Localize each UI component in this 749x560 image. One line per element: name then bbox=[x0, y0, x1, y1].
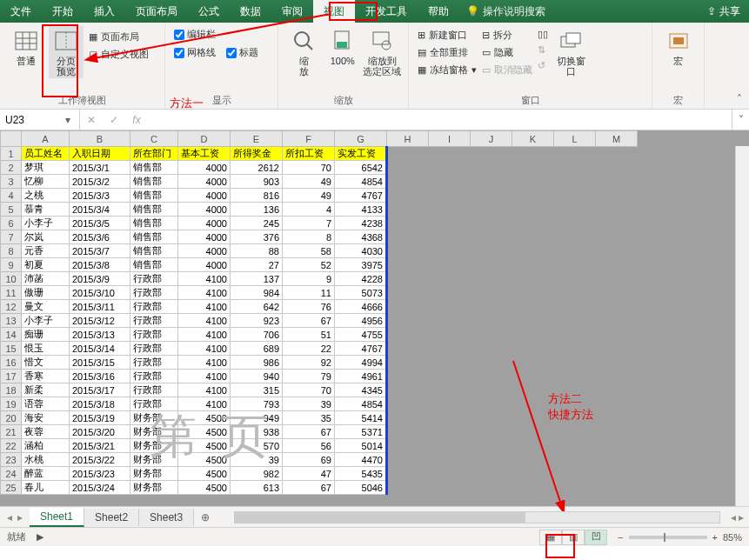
data-cell[interactable]: 2015/3/24 bbox=[70, 481, 130, 495]
data-cell[interactable]: 4228 bbox=[335, 272, 387, 286]
data-cell[interactable]: 行政部 bbox=[130, 286, 178, 300]
data-cell[interactable]: 慕青 bbox=[22, 203, 70, 217]
data-cell[interactable]: 39 bbox=[283, 397, 335, 411]
tab-review[interactable]: 审阅 bbox=[271, 0, 313, 23]
data-cell[interactable]: 79 bbox=[283, 370, 335, 383]
data-cell[interactable]: 4500 bbox=[178, 439, 231, 453]
tab-developer[interactable]: 开发工具 bbox=[355, 0, 418, 23]
row-header[interactable]: 7 bbox=[1, 230, 22, 244]
gridlines-checkbox[interactable]: 网格线 bbox=[174, 46, 216, 59]
data-cell[interactable]: 销售部 bbox=[130, 258, 178, 272]
data-cell[interactable]: 940 bbox=[231, 370, 283, 383]
data-cell[interactable]: 醉蓝 bbox=[22, 467, 70, 481]
tab-home[interactable]: 开始 bbox=[42, 0, 84, 23]
data-cell[interactable]: 315 bbox=[231, 383, 283, 397]
data-cell[interactable]: 689 bbox=[231, 342, 283, 356]
data-cell[interactable]: 2015/3/22 bbox=[70, 453, 130, 467]
data-cell[interactable]: 5371 bbox=[335, 425, 387, 439]
data-cell[interactable]: 行政部 bbox=[130, 383, 178, 397]
data-cell[interactable]: 涵柏 bbox=[22, 439, 70, 453]
zoom-selection-button[interactable]: 缩放到 选定区域 bbox=[364, 26, 399, 78]
data-cell[interactable]: 76 bbox=[283, 300, 335, 314]
row-header[interactable]: 14 bbox=[1, 328, 22, 342]
row-header[interactable]: 17 bbox=[1, 370, 22, 383]
data-cell[interactable]: 2015/3/6 bbox=[70, 230, 130, 244]
data-cell[interactable]: 923 bbox=[231, 314, 283, 328]
data-cell[interactable]: 67 bbox=[283, 314, 335, 328]
data-cell[interactable]: 财务部 bbox=[130, 439, 178, 453]
row-header[interactable]: 20 bbox=[1, 411, 22, 425]
col-header[interactable]: C bbox=[130, 131, 178, 147]
data-cell[interactable]: 938 bbox=[231, 425, 283, 439]
data-cell[interactable]: 小李子 bbox=[22, 217, 70, 230]
data-cell[interactable]: 2015/3/21 bbox=[70, 439, 130, 453]
col-header[interactable]: M bbox=[596, 131, 638, 147]
view-pagelayout-btn[interactable]: ▥ bbox=[562, 530, 585, 545]
row-header[interactable]: 9 bbox=[1, 258, 22, 272]
data-cell[interactable]: 51 bbox=[283, 328, 335, 342]
data-cell[interactable]: 2015/3/19 bbox=[70, 411, 130, 425]
data-cell[interactable]: 4000 bbox=[178, 175, 231, 189]
share-button[interactable]: ⇪ 共享 bbox=[699, 0, 749, 23]
data-cell[interactable]: 恨玉 bbox=[22, 342, 70, 356]
data-cell[interactable]: 4500 bbox=[178, 481, 231, 495]
tab-view[interactable]: 视图 bbox=[313, 0, 355, 23]
data-cell[interactable]: 4956 bbox=[335, 314, 387, 328]
data-cell[interactable]: 570 bbox=[231, 439, 283, 453]
data-cell[interactable]: 4666 bbox=[335, 300, 387, 314]
formula-bar-checkbox[interactable]: 编辑栏 bbox=[174, 28, 258, 41]
headings-checkbox[interactable]: 标题 bbox=[226, 46, 258, 59]
new-window-button[interactable]: ⊞新建窗口 bbox=[418, 28, 477, 43]
header-cell[interactable]: 实发工资 bbox=[335, 147, 387, 161]
sheet-tab-2[interactable]: Sheet2 bbox=[84, 509, 139, 526]
row-header[interactable]: 24 bbox=[1, 467, 22, 481]
data-cell[interactable]: 行政部 bbox=[130, 272, 178, 286]
data-cell[interactable]: 尔岚 bbox=[22, 230, 70, 244]
data-cell[interactable]: 4500 bbox=[178, 467, 231, 481]
data-cell[interactable]: 4100 bbox=[178, 286, 231, 300]
data-cell[interactable]: 22 bbox=[283, 342, 335, 356]
data-cell[interactable]: 4100 bbox=[178, 328, 231, 342]
macros-button[interactable]: 宏 bbox=[661, 26, 695, 68]
row-header[interactable]: 18 bbox=[1, 383, 22, 397]
row-header[interactable]: 15 bbox=[1, 342, 22, 356]
data-cell[interactable]: 财务部 bbox=[130, 453, 178, 467]
name-box[interactable]: ▾ bbox=[0, 110, 80, 130]
data-cell[interactable]: 2015/3/9 bbox=[70, 272, 130, 286]
data-cell[interactable]: 行政部 bbox=[130, 314, 178, 328]
data-cell[interactable]: 56 bbox=[283, 439, 335, 453]
name-box-dropdown[interactable]: ▾ bbox=[61, 114, 75, 126]
data-cell[interactable]: 2612 bbox=[231, 161, 283, 175]
row-header[interactable]: 16 bbox=[1, 356, 22, 370]
header-cell[interactable]: 所得奖金 bbox=[231, 147, 283, 161]
data-cell[interactable]: 2015/3/2 bbox=[70, 175, 130, 189]
row-header[interactable]: 1 bbox=[1, 147, 22, 161]
hide-button[interactable]: ▭隐藏 bbox=[482, 45, 532, 60]
col-header[interactable]: F bbox=[283, 131, 335, 147]
data-cell[interactable]: 69 bbox=[283, 453, 335, 467]
freeze-panes-button[interactable]: ▦冻结窗格 ▾ bbox=[418, 63, 477, 77]
data-cell[interactable]: 35 bbox=[283, 411, 335, 425]
data-cell[interactable]: 4030 bbox=[335, 244, 387, 258]
data-cell[interactable]: 11 bbox=[283, 286, 335, 300]
col-header[interactable]: I bbox=[429, 131, 471, 147]
col-header[interactable]: J bbox=[471, 131, 512, 147]
data-cell[interactable]: 2015/3/4 bbox=[70, 203, 130, 217]
header-cell[interactable]: 基本工资 bbox=[178, 147, 231, 161]
macro-record-icon[interactable]: ▶ bbox=[37, 531, 43, 543]
data-cell[interactable]: 4767 bbox=[335, 342, 387, 356]
name-box-input[interactable] bbox=[0, 114, 61, 126]
data-cell[interactable]: 2015/3/17 bbox=[70, 383, 130, 397]
col-header[interactable]: L bbox=[554, 131, 596, 147]
data-cell[interactable]: 销售部 bbox=[130, 161, 178, 175]
data-cell[interactable]: 之桃 bbox=[22, 189, 70, 203]
data-cell[interactable]: 8 bbox=[283, 230, 335, 244]
row-header[interactable]: 22 bbox=[1, 439, 22, 453]
data-cell[interactable]: 4100 bbox=[178, 397, 231, 411]
data-cell[interactable]: 4000 bbox=[178, 203, 231, 217]
data-cell[interactable]: 财务部 bbox=[130, 481, 178, 495]
tab-nav-prev[interactable]: ◂ bbox=[5, 511, 14, 523]
data-cell[interactable]: 行政部 bbox=[130, 328, 178, 342]
select-all-corner[interactable] bbox=[1, 131, 22, 147]
data-cell[interactable]: 92 bbox=[283, 356, 335, 370]
